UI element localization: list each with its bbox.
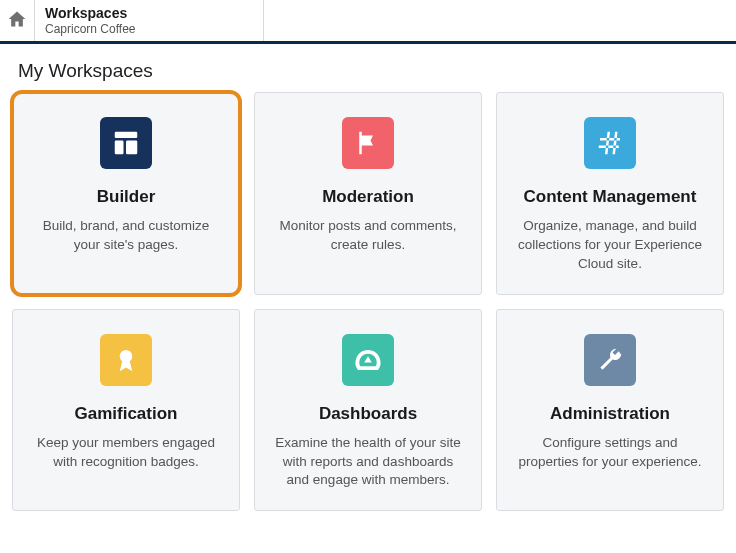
tile-description: Keep your members engaged with recogniti… [29, 434, 223, 472]
workspace-grid: BuilderBuild, brand, and customize your … [12, 92, 724, 511]
gauge-icon [342, 334, 394, 386]
workspace-breadcrumb[interactable]: Workspaces Capricorn Coffee [34, 0, 264, 41]
layout-icon [100, 117, 152, 169]
tile-title: Builder [97, 187, 156, 207]
content-area: My Workspaces BuilderBuild, brand, and c… [0, 44, 736, 527]
svg-rect-1 [115, 141, 124, 155]
tile-description: Organize, manage, and build collections … [513, 217, 707, 274]
workspace-subtitle: Capricorn Coffee [45, 22, 249, 36]
svg-rect-0 [115, 132, 138, 138]
tile-description: Build, brand, and customize your site's … [29, 217, 223, 255]
svg-point-3 [120, 350, 133, 363]
home-icon [7, 9, 27, 33]
home-button[interactable] [0, 0, 34, 41]
tile-dashboards[interactable]: DashboardsExamine the health of your sit… [254, 309, 482, 512]
tile-content-management[interactable]: Content ManagementOrganize, manage, and … [496, 92, 724, 295]
top-bar: Workspaces Capricorn Coffee [0, 0, 736, 44]
tile-description: Monitor posts and comments, create rules… [271, 217, 465, 255]
flag-icon [342, 117, 394, 169]
svg-rect-2 [126, 141, 137, 155]
tile-administration[interactable]: AdministrationConfigure settings and pro… [496, 309, 724, 512]
tile-title: Content Management [524, 187, 697, 207]
badge-icon [100, 334, 152, 386]
workspace-title: Workspaces [45, 5, 249, 22]
wrench-icon [584, 334, 636, 386]
tile-description: Configure settings and properties for yo… [513, 434, 707, 472]
tile-gamification[interactable]: GamificationKeep your members engaged wi… [12, 309, 240, 512]
tile-builder[interactable]: BuilderBuild, brand, and customize your … [12, 92, 240, 295]
hash-icon [584, 117, 636, 169]
tile-title: Administration [550, 404, 670, 424]
section-title: My Workspaces [12, 54, 724, 92]
tile-description: Examine the health of your site with rep… [271, 434, 465, 491]
tile-title: Dashboards [319, 404, 417, 424]
tile-moderation[interactable]: ModerationMonitor posts and comments, cr… [254, 92, 482, 295]
tile-title: Moderation [322, 187, 414, 207]
tile-title: Gamification [75, 404, 178, 424]
